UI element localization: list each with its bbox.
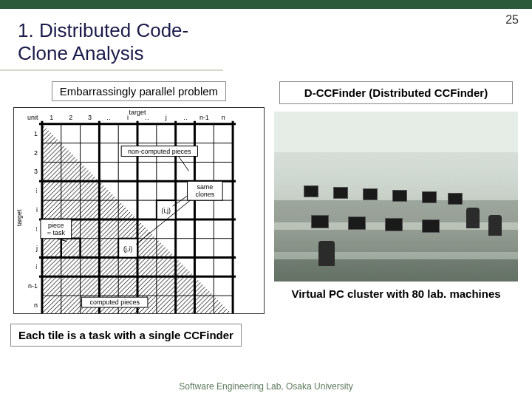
svg-text:1: 1 bbox=[50, 114, 53, 121]
svg-text:n: n bbox=[34, 301, 38, 309]
svg-text:‥: ‥ bbox=[183, 114, 188, 121]
non-computed-label: non-computed pieces bbox=[128, 148, 191, 155]
left-header-box: Embarrassingly parallel problem bbox=[52, 81, 226, 101]
svg-text:piece: piece bbox=[48, 222, 64, 229]
unit-label: unit bbox=[27, 114, 38, 121]
right-header-box: D-CCFinder (Distributed CCFinder) bbox=[279, 81, 512, 104]
svg-text:2: 2 bbox=[69, 114, 72, 121]
right-caption: Virtual PC cluster with 80 lab. machines bbox=[291, 287, 500, 300]
footer-text: Software Engineering Lab, Osaka Universi… bbox=[0, 381, 532, 392]
svg-text:j: j bbox=[165, 114, 167, 121]
cell-ij-label: (i,j) bbox=[162, 207, 171, 214]
svg-text:3: 3 bbox=[34, 168, 38, 175]
svg-text:n-1: n-1 bbox=[28, 282, 38, 290]
svg-text:⁝: ⁝ bbox=[35, 225, 38, 233]
svg-text:1: 1 bbox=[34, 130, 38, 137]
svg-text:⁝: ⁝ bbox=[35, 263, 38, 270]
svg-text:2: 2 bbox=[34, 149, 38, 157]
same-clones-label-1: same bbox=[197, 183, 213, 191]
title-region: 1. Distributed Code-Clone Analysis bbox=[0, 9, 532, 74]
svg-text:j: j bbox=[35, 245, 38, 252]
svg-text:i: i bbox=[36, 206, 38, 214]
svg-text:‥: ‥ bbox=[106, 114, 111, 121]
left-caption: Each tile is a task with a single CCFind… bbox=[10, 324, 242, 347]
svg-text:⁝: ⁝ bbox=[35, 187, 38, 194]
computed-label: computed pieces bbox=[89, 299, 140, 306]
x-axis-label: target bbox=[129, 109, 146, 116]
left-column: Embarrassingly parallel problem bbox=[13, 81, 265, 314]
slide-number: 25 bbox=[505, 13, 519, 27]
slide-title: 1. Distributed Code-Clone Analysis bbox=[0, 9, 223, 71]
task-grid-diagram: (j,i) (i,j) 1 2 3 ‥ i ‥ j ‥ bbox=[13, 107, 265, 314]
svg-text:= task: = task bbox=[47, 229, 66, 236]
lab-photo bbox=[274, 112, 518, 282]
same-clones-label-2: clones bbox=[195, 191, 214, 198]
content-area: Embarrassingly parallel problem bbox=[0, 74, 532, 314]
slide-top-bar bbox=[0, 0, 532, 9]
svg-text:n-1: n-1 bbox=[200, 114, 209, 121]
cell-ji-label: (j,i) bbox=[123, 245, 132, 253]
svg-text:n: n bbox=[222, 114, 225, 121]
right-column: D-CCFinder (Distributed CCFinder) Virtua… bbox=[273, 81, 519, 314]
y-axis-label: target bbox=[16, 209, 23, 226]
svg-text:3: 3 bbox=[88, 114, 92, 121]
